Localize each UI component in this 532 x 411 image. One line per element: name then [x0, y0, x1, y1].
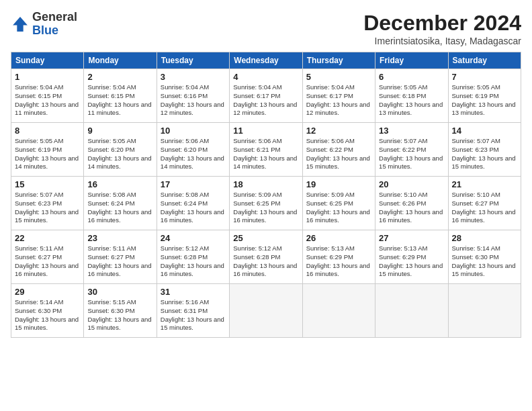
day-info: Sunrise: 5:15 AM Sunset: 6:30 PM Dayligh… — [87, 298, 152, 332]
calendar-week-2: 8 Sunrise: 5:05 AM Sunset: 6:19 PM Dayli… — [11, 123, 521, 177]
calendar-cell: 28 Sunrise: 5:14 AM Sunset: 6:30 PM Dayl… — [448, 230, 521, 284]
calendar-cell: 8 Sunrise: 5:05 AM Sunset: 6:19 PM Dayli… — [11, 123, 84, 177]
day-info: Sunrise: 5:14 AM Sunset: 6:30 PM Dayligh… — [452, 244, 517, 279]
day-number: 24 — [161, 233, 226, 243]
day-info: Sunrise: 5:10 AM Sunset: 6:27 PM Dayligh… — [452, 191, 517, 225]
day-info: Sunrise: 5:04 AM Sunset: 6:15 PM Dayligh… — [15, 83, 80, 118]
day-number: 13 — [379, 126, 444, 136]
day-number: 26 — [306, 233, 371, 243]
calendar-cell: 7 Sunrise: 5:05 AM Sunset: 6:19 PM Dayli… — [448, 69, 521, 123]
calendar-cell — [448, 284, 521, 338]
calendar-cell: 31 Sunrise: 5:16 AM Sunset: 6:31 PM Dayl… — [157, 284, 229, 338]
calendar-cell: 20 Sunrise: 5:10 AM Sunset: 6:26 PM Dayl… — [375, 177, 448, 230]
day-number: 31 — [161, 287, 226, 297]
day-info: Sunrise: 5:13 AM Sunset: 6:29 PM Dayligh… — [306, 244, 371, 279]
calendar-cell: 19 Sunrise: 5:09 AM Sunset: 6:25 PM Dayl… — [302, 177, 375, 230]
day-number: 11 — [233, 126, 298, 136]
day-info: Sunrise: 5:05 AM Sunset: 6:20 PM Dayligh… — [87, 137, 152, 171]
day-info: Sunrise: 5:14 AM Sunset: 6:30 PM Dayligh… — [15, 298, 80, 332]
calendar-cell: 18 Sunrise: 5:09 AM Sunset: 6:25 PM Dayl… — [230, 177, 302, 230]
calendar-cell — [375, 284, 448, 338]
day-number: 20 — [379, 179, 444, 189]
calendar-cell: 1 Sunrise: 5:04 AM Sunset: 6:15 PM Dayli… — [11, 69, 84, 123]
day-info: Sunrise: 5:16 AM Sunset: 6:31 PM Dayligh… — [161, 298, 226, 332]
day-number: 28 — [452, 233, 517, 243]
calendar-header-row: SundayMondayTuesdayWednesdayThursdayFrid… — [11, 52, 521, 69]
calendar-cell — [302, 284, 375, 338]
calendar-week-4: 22 Sunrise: 5:11 AM Sunset: 6:27 PM Dayl… — [11, 230, 521, 284]
calendar-cell: 13 Sunrise: 5:07 AM Sunset: 6:22 PM Dayl… — [375, 123, 448, 177]
location: Imerintsiatosika, Itasy, Madagascar — [363, 36, 521, 46]
day-info: Sunrise: 5:04 AM Sunset: 6:16 PM Dayligh… — [161, 83, 226, 118]
day-info: Sunrise: 5:05 AM Sunset: 6:19 PM Dayligh… — [452, 83, 517, 118]
day-number: 7 — [452, 72, 517, 82]
day-number: 1 — [15, 72, 80, 82]
logo-icon — [11, 15, 30, 34]
logo: General Blue — [11, 11, 77, 38]
calendar-header-saturday: Saturday — [448, 52, 521, 69]
calendar-cell: 3 Sunrise: 5:04 AM Sunset: 6:16 PM Dayli… — [157, 69, 229, 123]
day-info: Sunrise: 5:12 AM Sunset: 6:28 PM Dayligh… — [161, 244, 226, 279]
calendar-cell: 14 Sunrise: 5:07 AM Sunset: 6:23 PM Dayl… — [448, 123, 521, 177]
calendar-cell: 16 Sunrise: 5:08 AM Sunset: 6:24 PM Dayl… — [84, 177, 157, 230]
day-number: 16 — [87, 179, 152, 189]
calendar-cell: 22 Sunrise: 5:11 AM Sunset: 6:27 PM Dayl… — [11, 230, 84, 284]
calendar-cell: 6 Sunrise: 5:05 AM Sunset: 6:18 PM Dayli… — [375, 69, 448, 123]
day-info: Sunrise: 5:08 AM Sunset: 6:24 PM Dayligh… — [87, 191, 152, 225]
logo-general: General — [32, 10, 77, 24]
calendar-header-friday: Friday — [375, 52, 448, 69]
calendar-cell: 11 Sunrise: 5:06 AM Sunset: 6:21 PM Dayl… — [230, 123, 302, 177]
day-number: 14 — [452, 126, 517, 136]
calendar-header-wednesday: Wednesday — [230, 52, 302, 69]
day-info: Sunrise: 5:04 AM Sunset: 6:15 PM Dayligh… — [87, 83, 152, 118]
calendar-cell: 29 Sunrise: 5:14 AM Sunset: 6:30 PM Dayl… — [11, 284, 84, 338]
calendar-cell: 25 Sunrise: 5:12 AM Sunset: 6:28 PM Dayl… — [230, 230, 302, 284]
day-info: Sunrise: 5:06 AM Sunset: 6:21 PM Dayligh… — [233, 137, 298, 171]
day-number: 25 — [233, 233, 298, 243]
page-header: General Blue December 2024 Imerintsiatos… — [11, 11, 521, 46]
calendar-cell: 23 Sunrise: 5:11 AM Sunset: 6:27 PM Dayl… — [84, 230, 157, 284]
logo-text: General Blue — [32, 11, 77, 38]
day-info: Sunrise: 5:10 AM Sunset: 6:26 PM Dayligh… — [379, 191, 444, 225]
calendar-cell: 17 Sunrise: 5:08 AM Sunset: 6:24 PM Dayl… — [157, 177, 229, 230]
calendar-header-monday: Monday — [84, 52, 157, 69]
day-info: Sunrise: 5:07 AM Sunset: 6:23 PM Dayligh… — [15, 191, 80, 225]
day-number: 9 — [87, 126, 152, 136]
day-info: Sunrise: 5:09 AM Sunset: 6:25 PM Dayligh… — [306, 191, 371, 225]
calendar-week-1: 1 Sunrise: 5:04 AM Sunset: 6:15 PM Dayli… — [11, 69, 521, 123]
day-number: 27 — [379, 233, 444, 243]
logo-blue: Blue — [32, 24, 58, 37]
calendar-cell: 27 Sunrise: 5:13 AM Sunset: 6:29 PM Dayl… — [375, 230, 448, 284]
calendar-cell: 12 Sunrise: 5:06 AM Sunset: 6:22 PM Dayl… — [302, 123, 375, 177]
day-number: 17 — [161, 179, 226, 189]
day-info: Sunrise: 5:11 AM Sunset: 6:27 PM Dayligh… — [15, 244, 80, 279]
day-number: 8 — [15, 126, 80, 136]
calendar-week-3: 15 Sunrise: 5:07 AM Sunset: 6:23 PM Dayl… — [11, 177, 521, 230]
calendar-cell: 30 Sunrise: 5:15 AM Sunset: 6:30 PM Dayl… — [84, 284, 157, 338]
day-info: Sunrise: 5:11 AM Sunset: 6:27 PM Dayligh… — [87, 244, 152, 279]
day-info: Sunrise: 5:06 AM Sunset: 6:22 PM Dayligh… — [306, 137, 371, 171]
calendar-header-sunday: Sunday — [11, 52, 84, 69]
calendar-header-tuesday: Tuesday — [157, 52, 229, 69]
calendar-cell: 26 Sunrise: 5:13 AM Sunset: 6:29 PM Dayl… — [302, 230, 375, 284]
day-number: 4 — [233, 72, 298, 82]
day-number: 5 — [306, 72, 371, 82]
day-info: Sunrise: 5:07 AM Sunset: 6:23 PM Dayligh… — [452, 137, 517, 171]
day-info: Sunrise: 5:12 AM Sunset: 6:28 PM Dayligh… — [233, 244, 298, 279]
day-number: 15 — [15, 179, 80, 189]
calendar-cell: 9 Sunrise: 5:05 AM Sunset: 6:20 PM Dayli… — [84, 123, 157, 177]
day-info: Sunrise: 5:06 AM Sunset: 6:20 PM Dayligh… — [161, 137, 226, 171]
day-number: 22 — [15, 233, 80, 243]
day-number: 18 — [233, 179, 298, 189]
day-info: Sunrise: 5:04 AM Sunset: 6:17 PM Dayligh… — [233, 83, 298, 118]
calendar-cell: 24 Sunrise: 5:12 AM Sunset: 6:28 PM Dayl… — [157, 230, 229, 284]
calendar-cell — [230, 284, 302, 338]
calendar-week-5: 29 Sunrise: 5:14 AM Sunset: 6:30 PM Dayl… — [11, 284, 521, 338]
calendar-cell: 4 Sunrise: 5:04 AM Sunset: 6:17 PM Dayli… — [230, 69, 302, 123]
day-info: Sunrise: 5:09 AM Sunset: 6:25 PM Dayligh… — [233, 191, 298, 225]
calendar-cell: 21 Sunrise: 5:10 AM Sunset: 6:27 PM Dayl… — [448, 177, 521, 230]
month-title: December 2024 — [363, 11, 521, 36]
day-info: Sunrise: 5:07 AM Sunset: 6:22 PM Dayligh… — [379, 137, 444, 171]
day-number: 10 — [161, 126, 226, 136]
title-block: December 2024 Imerintsiatosika, Itasy, M… — [363, 11, 521, 46]
